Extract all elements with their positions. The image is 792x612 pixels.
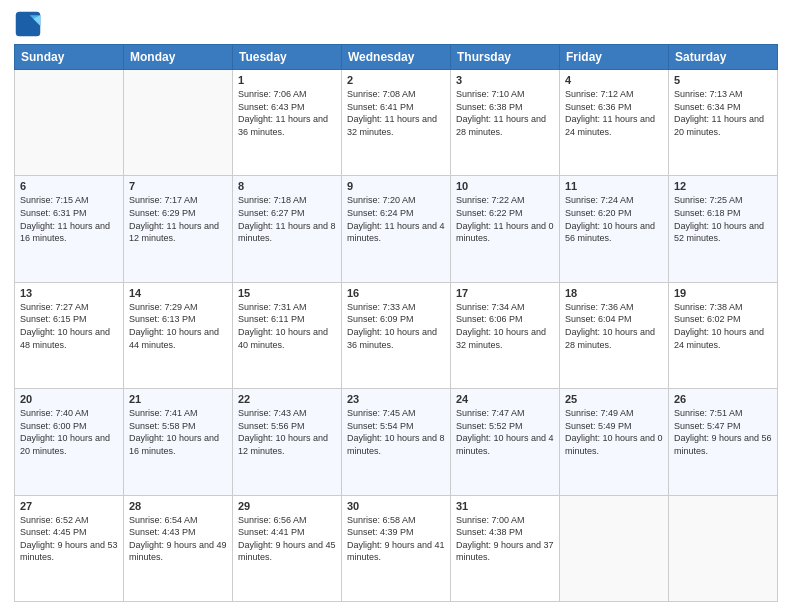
day-number: 12 — [674, 180, 772, 192]
calendar-cell: 14 Sunrise: 7:29 AMSunset: 6:13 PMDaylig… — [124, 282, 233, 388]
calendar-cell: 25 Sunrise: 7:49 AMSunset: 5:49 PMDaylig… — [560, 389, 669, 495]
day-info: Sunrise: 7:43 AMSunset: 5:56 PMDaylight:… — [238, 407, 336, 457]
calendar-cell: 23 Sunrise: 7:45 AMSunset: 5:54 PMDaylig… — [342, 389, 451, 495]
day-number: 7 — [129, 180, 227, 192]
day-info: Sunrise: 7:22 AMSunset: 6:22 PMDaylight:… — [456, 194, 554, 244]
logo — [14, 10, 46, 38]
day-number: 25 — [565, 393, 663, 405]
calendar-cell: 22 Sunrise: 7:43 AMSunset: 5:56 PMDaylig… — [233, 389, 342, 495]
week-row-3: 13 Sunrise: 7:27 AMSunset: 6:15 PMDaylig… — [15, 282, 778, 388]
day-info: Sunrise: 7:10 AMSunset: 6:38 PMDaylight:… — [456, 88, 554, 138]
day-info: Sunrise: 7:49 AMSunset: 5:49 PMDaylight:… — [565, 407, 663, 457]
day-number: 11 — [565, 180, 663, 192]
calendar-cell: 10 Sunrise: 7:22 AMSunset: 6:22 PMDaylig… — [451, 176, 560, 282]
day-info: Sunrise: 6:58 AMSunset: 4:39 PMDaylight:… — [347, 514, 445, 564]
calendar-cell: 15 Sunrise: 7:31 AMSunset: 6:11 PMDaylig… — [233, 282, 342, 388]
day-number: 10 — [456, 180, 554, 192]
day-number: 8 — [238, 180, 336, 192]
calendar-cell — [124, 70, 233, 176]
day-number: 2 — [347, 74, 445, 86]
calendar-cell: 16 Sunrise: 7:33 AMSunset: 6:09 PMDaylig… — [342, 282, 451, 388]
day-info: Sunrise: 7:12 AMSunset: 6:36 PMDaylight:… — [565, 88, 663, 138]
weekday-header-tuesday: Tuesday — [233, 45, 342, 70]
calendar-cell: 3 Sunrise: 7:10 AMSunset: 6:38 PMDayligh… — [451, 70, 560, 176]
day-number: 3 — [456, 74, 554, 86]
calendar-cell: 27 Sunrise: 6:52 AMSunset: 4:45 PMDaylig… — [15, 495, 124, 601]
calendar-body: 1 Sunrise: 7:06 AMSunset: 6:43 PMDayligh… — [15, 70, 778, 602]
day-info: Sunrise: 7:38 AMSunset: 6:02 PMDaylight:… — [674, 301, 772, 351]
day-number: 13 — [20, 287, 118, 299]
day-info: Sunrise: 6:56 AMSunset: 4:41 PMDaylight:… — [238, 514, 336, 564]
day-info: Sunrise: 7:17 AMSunset: 6:29 PMDaylight:… — [129, 194, 227, 244]
calendar-cell — [560, 495, 669, 601]
calendar-cell: 26 Sunrise: 7:51 AMSunset: 5:47 PMDaylig… — [669, 389, 778, 495]
day-number: 6 — [20, 180, 118, 192]
day-info: Sunrise: 7:40 AMSunset: 6:00 PMDaylight:… — [20, 407, 118, 457]
calendar-cell: 4 Sunrise: 7:12 AMSunset: 6:36 PMDayligh… — [560, 70, 669, 176]
calendar-cell: 21 Sunrise: 7:41 AMSunset: 5:58 PMDaylig… — [124, 389, 233, 495]
day-info: Sunrise: 7:15 AMSunset: 6:31 PMDaylight:… — [20, 194, 118, 244]
day-info: Sunrise: 7:29 AMSunset: 6:13 PMDaylight:… — [129, 301, 227, 351]
day-info: Sunrise: 6:52 AMSunset: 4:45 PMDaylight:… — [20, 514, 118, 564]
day-number: 31 — [456, 500, 554, 512]
calendar-cell: 6 Sunrise: 7:15 AMSunset: 6:31 PMDayligh… — [15, 176, 124, 282]
week-row-4: 20 Sunrise: 7:40 AMSunset: 6:00 PMDaylig… — [15, 389, 778, 495]
weekday-header-sunday: Sunday — [15, 45, 124, 70]
calendar-cell: 17 Sunrise: 7:34 AMSunset: 6:06 PMDaylig… — [451, 282, 560, 388]
day-number: 18 — [565, 287, 663, 299]
logo-icon — [14, 10, 42, 38]
day-info: Sunrise: 7:41 AMSunset: 5:58 PMDaylight:… — [129, 407, 227, 457]
day-info: Sunrise: 7:51 AMSunset: 5:47 PMDaylight:… — [674, 407, 772, 457]
weekday-header-monday: Monday — [124, 45, 233, 70]
day-info: Sunrise: 7:13 AMSunset: 6:34 PMDaylight:… — [674, 88, 772, 138]
weekday-header-friday: Friday — [560, 45, 669, 70]
day-info: Sunrise: 7:33 AMSunset: 6:09 PMDaylight:… — [347, 301, 445, 351]
calendar-cell: 5 Sunrise: 7:13 AMSunset: 6:34 PMDayligh… — [669, 70, 778, 176]
calendar-cell: 1 Sunrise: 7:06 AMSunset: 6:43 PMDayligh… — [233, 70, 342, 176]
week-row-1: 1 Sunrise: 7:06 AMSunset: 6:43 PMDayligh… — [15, 70, 778, 176]
day-info: Sunrise: 7:27 AMSunset: 6:15 PMDaylight:… — [20, 301, 118, 351]
calendar-cell — [15, 70, 124, 176]
day-info: Sunrise: 7:08 AMSunset: 6:41 PMDaylight:… — [347, 88, 445, 138]
calendar-cell: 31 Sunrise: 7:00 AMSunset: 4:38 PMDaylig… — [451, 495, 560, 601]
day-info: Sunrise: 7:25 AMSunset: 6:18 PMDaylight:… — [674, 194, 772, 244]
day-number: 5 — [674, 74, 772, 86]
day-number: 27 — [20, 500, 118, 512]
calendar-cell: 12 Sunrise: 7:25 AMSunset: 6:18 PMDaylig… — [669, 176, 778, 282]
day-info: Sunrise: 7:18 AMSunset: 6:27 PMDaylight:… — [238, 194, 336, 244]
day-info: Sunrise: 7:45 AMSunset: 5:54 PMDaylight:… — [347, 407, 445, 457]
weekday-header-saturday: Saturday — [669, 45, 778, 70]
day-number: 26 — [674, 393, 772, 405]
day-info: Sunrise: 6:54 AMSunset: 4:43 PMDaylight:… — [129, 514, 227, 564]
calendar-cell: 28 Sunrise: 6:54 AMSunset: 4:43 PMDaylig… — [124, 495, 233, 601]
calendar-cell: 30 Sunrise: 6:58 AMSunset: 4:39 PMDaylig… — [342, 495, 451, 601]
calendar-cell — [669, 495, 778, 601]
day-info: Sunrise: 7:00 AMSunset: 4:38 PMDaylight:… — [456, 514, 554, 564]
calendar-cell: 19 Sunrise: 7:38 AMSunset: 6:02 PMDaylig… — [669, 282, 778, 388]
day-number: 20 — [20, 393, 118, 405]
week-row-5: 27 Sunrise: 6:52 AMSunset: 4:45 PMDaylig… — [15, 495, 778, 601]
day-number: 22 — [238, 393, 336, 405]
day-number: 17 — [456, 287, 554, 299]
calendar-cell: 20 Sunrise: 7:40 AMSunset: 6:00 PMDaylig… — [15, 389, 124, 495]
day-number: 15 — [238, 287, 336, 299]
day-number: 29 — [238, 500, 336, 512]
page: SundayMondayTuesdayWednesdayThursdayFrid… — [0, 0, 792, 612]
day-number: 28 — [129, 500, 227, 512]
day-number: 24 — [456, 393, 554, 405]
calendar-cell: 2 Sunrise: 7:08 AMSunset: 6:41 PMDayligh… — [342, 70, 451, 176]
week-row-2: 6 Sunrise: 7:15 AMSunset: 6:31 PMDayligh… — [15, 176, 778, 282]
calendar-cell: 24 Sunrise: 7:47 AMSunset: 5:52 PMDaylig… — [451, 389, 560, 495]
header — [14, 10, 778, 38]
day-info: Sunrise: 7:31 AMSunset: 6:11 PMDaylight:… — [238, 301, 336, 351]
day-number: 16 — [347, 287, 445, 299]
calendar-cell: 29 Sunrise: 6:56 AMSunset: 4:41 PMDaylig… — [233, 495, 342, 601]
calendar-cell: 18 Sunrise: 7:36 AMSunset: 6:04 PMDaylig… — [560, 282, 669, 388]
calendar-cell: 9 Sunrise: 7:20 AMSunset: 6:24 PMDayligh… — [342, 176, 451, 282]
day-info: Sunrise: 7:47 AMSunset: 5:52 PMDaylight:… — [456, 407, 554, 457]
day-number: 9 — [347, 180, 445, 192]
weekday-header-wednesday: Wednesday — [342, 45, 451, 70]
day-info: Sunrise: 7:06 AMSunset: 6:43 PMDaylight:… — [238, 88, 336, 138]
day-info: Sunrise: 7:24 AMSunset: 6:20 PMDaylight:… — [565, 194, 663, 244]
calendar-cell: 13 Sunrise: 7:27 AMSunset: 6:15 PMDaylig… — [15, 282, 124, 388]
